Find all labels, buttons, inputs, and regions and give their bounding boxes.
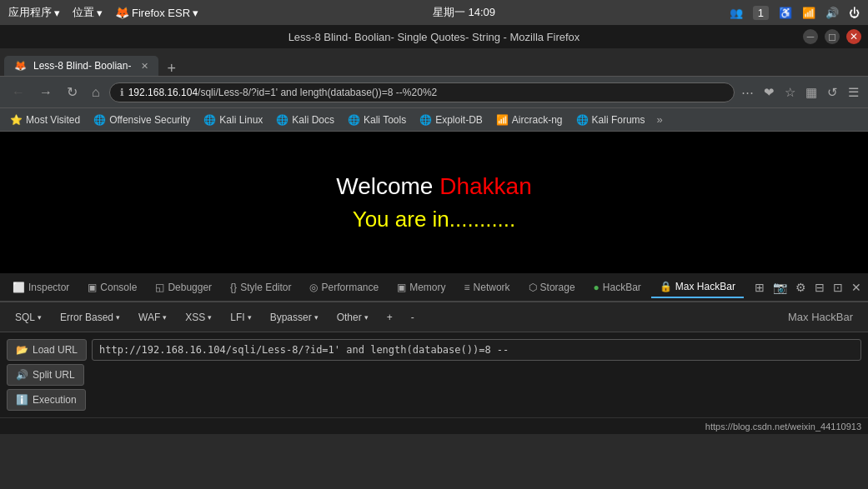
firefox-icon: 🦊	[115, 6, 129, 19]
other-arrow: ▾	[364, 313, 369, 322]
devtab-debugger[interactable]: ◱ Debugger	[147, 277, 220, 297]
devtools-toolbar-icons: ⊞ 📷 ⚙ ⊟ ⊡ ✕	[752, 278, 864, 297]
close-devtools-icon[interactable]: ✕	[849, 278, 864, 297]
split-icon[interactable]: ⊟	[812, 278, 827, 297]
os-system-tray: 👥 1 ♿ 📶 🔊 ⏻	[730, 6, 860, 20]
settings-icon[interactable]: ⚙	[793, 278, 809, 297]
devtab-hackbar[interactable]: ● HackBar	[585, 277, 650, 297]
status-url: https://blog.csdn.net/weixin_44110913	[705, 422, 861, 432]
bookmark-kali-forums[interactable]: 🌐 Kali Forums	[570, 112, 651, 127]
sidebar-icon[interactable]: ▦	[803, 82, 820, 102]
home-button[interactable]: ⌂	[87, 82, 105, 103]
bookmark-offensive-security[interactable]: 🌐 Offensive Security	[88, 112, 196, 127]
exec-icon: ℹ️	[16, 394, 28, 406]
bookmark-most-visited[interactable]: ⭐ Most Visited	[4, 112, 86, 127]
url-input-field[interactable]	[92, 339, 861, 361]
power-icon[interactable]: ⏻	[849, 7, 860, 19]
devtab-performance[interactable]: ◎ Performance	[301, 277, 387, 297]
menu-icon[interactable]: ☰	[845, 82, 861, 102]
load-icon: 📂	[16, 344, 28, 356]
browser-titlebar: Less-8 Blind- Boolian- Single Quotes- St…	[0, 25, 868, 48]
tab-close-button[interactable]: ✕	[141, 61, 148, 72]
split-icon: 🔊	[16, 369, 28, 381]
devtab-style-editor[interactable]: {} Style Editor	[222, 277, 299, 297]
nav-icons: ⋯ ❤ ☆ ▦ ↺ ☰	[739, 82, 861, 102]
os-location-menu[interactable]: 位置 ▾	[73, 5, 103, 20]
devtab-inspector[interactable]: ⬜ Inspector	[4, 277, 78, 297]
devtab-console[interactable]: ▣ Console	[79, 277, 145, 297]
globe-icon: 🌐	[348, 114, 360, 126]
browser-content: Welcome Dhakkan You are in...........	[0, 132, 868, 273]
devtab-memory[interactable]: ▣ Memory	[389, 277, 454, 297]
workspace-indicator[interactable]: 1	[753, 6, 769, 20]
hackbar-exec-row: ℹ️ Execution	[7, 389, 861, 411]
hackbar-remove[interactable]: -	[403, 308, 423, 327]
performance-icon: ◎	[309, 282, 318, 293]
sync-icon[interactable]: ↺	[825, 82, 840, 102]
devtab-maxhackbar[interactable]: 🔒 Max HackBar	[651, 277, 744, 298]
os-firefox-menu[interactable]: 🦊 Firefox ESR ▾	[115, 6, 198, 19]
browser-title: Less-8 Blind- Boolian- Single Quotes- St…	[288, 31, 580, 43]
hackbar-brand: Max HackBar	[788, 311, 853, 323]
bookmark-exploit-db[interactable]: 🌐 Exploit-DB	[414, 112, 489, 127]
os-clock: 星期一 14:09	[211, 5, 717, 20]
devtab-network[interactable]: ≡ Network	[456, 277, 519, 297]
responsive-icon[interactable]: ⊞	[752, 278, 767, 297]
bookmark-kali-tools[interactable]: 🌐 Kali Tools	[342, 112, 412, 127]
close-button[interactable]: ✕	[846, 29, 861, 44]
os-left-menu: 应用程序 ▾ 位置 ▾ 🦊 Firefox ESR ▾	[8, 5, 198, 20]
os-app-menu[interactable]: 应用程序 ▾	[8, 5, 60, 20]
forward-button[interactable]: →	[34, 82, 58, 103]
star-icon[interactable]: ☆	[782, 82, 798, 102]
hackbar-waf[interactable]: WAF ▾	[130, 308, 175, 327]
hackbar-add[interactable]: +	[379, 308, 401, 327]
hackbar-sql[interactable]: SQL ▾	[7, 308, 50, 327]
browser-tab-active[interactable]: 🦊 Less-8 Blind- Boolian- ✕	[4, 56, 158, 76]
inspector-icon: ⬜	[13, 282, 25, 293]
hackbar-icon: ●	[594, 282, 600, 293]
hackbar-menu: SQL ▾ Error Based ▾ WAF ▾ XSS ▾ LFI ▾ By…	[0, 302, 868, 332]
welcome-line: Welcome Dhakkan	[336, 173, 531, 200]
tab-label: Less-8 Blind- Boolian-	[33, 60, 131, 72]
hackbar-bypasser[interactable]: Bypasser ▾	[262, 308, 327, 327]
bookmarks-more-button[interactable]: »	[653, 112, 667, 127]
bookmark-kali-docs[interactable]: 🌐 Kali Docs	[270, 112, 340, 127]
execution-button[interactable]: ℹ️ Execution	[7, 389, 86, 411]
sql-arrow: ▾	[38, 313, 42, 322]
lfi-arrow: ▾	[248, 313, 252, 322]
hackbar-xss[interactable]: XSS ▾	[177, 308, 220, 327]
devtab-storage[interactable]: ⬡ Storage	[520, 277, 584, 297]
hackbar-other[interactable]: Other ▾	[329, 308, 377, 327]
hackbar-error-based[interactable]: Error Based ▾	[52, 308, 128, 327]
maximize-button[interactable]: ◻	[825, 29, 840, 44]
volume-icon[interactable]: 🔊	[825, 7, 839, 19]
reload-button[interactable]: ↻	[62, 81, 83, 103]
dock-icon[interactable]: ⊡	[830, 278, 845, 297]
globe-icon: 🌐	[276, 114, 288, 126]
url-bar[interactable]: ℹ 192.168.16.104/sqli/Less-8/?id=1' and …	[109, 82, 735, 102]
errorbased-arrow: ▾	[116, 313, 120, 322]
maxhackbar-icon: 🔒	[660, 281, 672, 292]
status-bar: https://blog.csdn.net/weixin_44110913	[0, 417, 868, 434]
people-icon[interactable]: 👥	[730, 7, 743, 19]
back-button[interactable]: ←	[7, 82, 30, 103]
bookmarks-icon[interactable]: ⋯	[739, 82, 756, 102]
globe-icon: 🌐	[576, 114, 589, 126]
bookmarks-bar: ⭐ Most Visited 🌐 Offensive Security 🌐 Ka…	[0, 108, 868, 132]
network-icon[interactable]: 📶	[802, 7, 815, 19]
subtitle-text: You are in...........	[353, 207, 516, 232]
hackbar-lfi[interactable]: LFI ▾	[222, 308, 259, 327]
screenshot-icon[interactable]: 📷	[770, 278, 790, 297]
new-tab-button[interactable]: +	[163, 61, 180, 76]
bookmark-aircrack[interactable]: 📶 Aircrack-ng	[490, 112, 569, 127]
minimize-button[interactable]: ─	[803, 29, 818, 44]
hackbar-load-row: 📂 Load URL	[7, 339, 861, 361]
bookmark-kali-linux[interactable]: 🌐 Kali Linux	[198, 112, 268, 127]
star-icon: ⭐	[10, 114, 23, 126]
load-url-button[interactable]: 📂 Load URL	[7, 339, 87, 361]
split-url-button[interactable]: 🔊 Split URL	[7, 364, 84, 386]
hackbar-controls: 📂 Load URL 🔊 Split URL ℹ️ Execution	[0, 332, 868, 417]
accessibility-icon[interactable]: ♿	[779, 7, 792, 19]
security-icon: ℹ	[120, 87, 124, 98]
pocket-icon[interactable]: ❤	[761, 82, 777, 102]
